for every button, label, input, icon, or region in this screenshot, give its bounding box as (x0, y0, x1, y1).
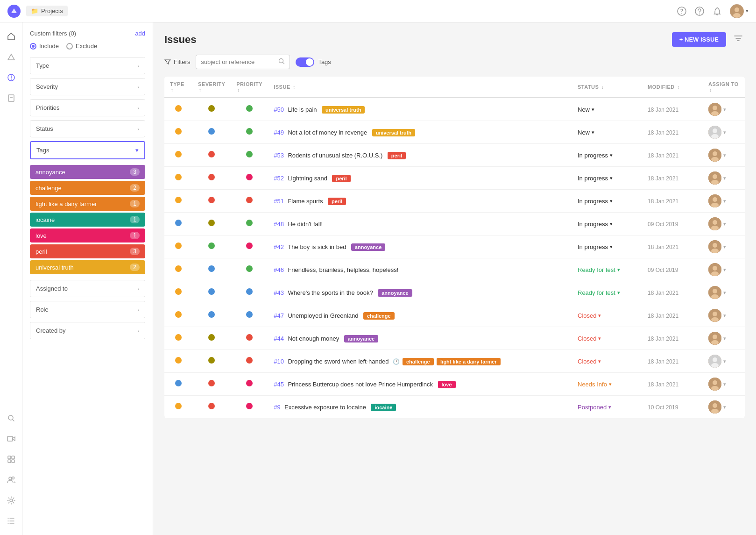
help-circle-icon[interactable] (677, 6, 687, 16)
assignee-avatar[interactable] (708, 355, 721, 368)
filters-button[interactable]: Filters (164, 57, 190, 67)
status-badge[interactable]: New ▾ (578, 106, 594, 113)
filter-section-type[interactable]: Type › (30, 57, 145, 74)
sidebar-icon-bookmark[interactable] (3, 90, 20, 107)
filter-section-type-row[interactable]: Type › (30, 57, 145, 74)
assignee-avatar[interactable] (708, 171, 721, 185)
issue-ref[interactable]: #52 (274, 175, 284, 182)
assignee-avatar[interactable] (708, 103, 721, 116)
sidebar-icon-triangle[interactable] (3, 49, 20, 65)
issue-ref[interactable]: #10 (274, 358, 284, 365)
filter-section-status[interactable]: Status › (30, 120, 145, 137)
status-badge[interactable]: Postponed ▾ (578, 404, 611, 411)
issue-ref[interactable]: #45 (274, 381, 284, 388)
assign-chevron[interactable]: ▾ (723, 152, 726, 158)
sidebar-icon-issues[interactable] (3, 69, 20, 86)
assignee-avatar[interactable] (708, 286, 721, 299)
exclude-radio[interactable]: Exclude (66, 43, 97, 50)
issue-ref[interactable]: #46 (274, 266, 284, 273)
tag-item-peril[interactable]: peril 3 (30, 244, 145, 258)
status-badge[interactable]: New ▾ (578, 129, 594, 136)
assign-chevron[interactable]: ▾ (723, 358, 726, 364)
assignee-avatar[interactable] (708, 240, 721, 253)
status-badge[interactable]: Ready for test ▾ (578, 266, 620, 273)
issue-ref[interactable]: #48 (274, 221, 284, 228)
col-header-modified[interactable]: MODIFIED ↕ (642, 77, 703, 98)
issue-ref[interactable]: #49 (274, 129, 284, 136)
filter-section-role[interactable]: Role › (30, 301, 145, 318)
status-badge[interactable]: In progress ▾ (578, 221, 613, 228)
toggle-tags-switch[interactable] (296, 57, 314, 67)
bell-icon[interactable] (712, 6, 722, 16)
tags-dropdown-header[interactable]: Tags ▾ (31, 142, 144, 158)
sidebar-icon-video[interactable] (3, 430, 20, 447)
status-badge[interactable]: Ready for test ▾ (578, 289, 620, 296)
issue-ref[interactable]: #9 (274, 404, 280, 411)
assignee-avatar[interactable] (708, 378, 721, 391)
user-avatar-menu[interactable]: ▾ (730, 4, 749, 18)
tag-item-universal-truth[interactable]: universal truth 2 (30, 260, 145, 274)
issue-ref[interactable]: #53 (274, 152, 284, 159)
question-circle-icon[interactable] (694, 6, 705, 16)
filter-section-severity[interactable]: Severity › (30, 78, 145, 95)
sidebar-icon-settings[interactable] (3, 492, 20, 509)
assignee-avatar[interactable] (708, 194, 721, 207)
filter-section-status-row[interactable]: Status › (30, 121, 145, 137)
include-radio[interactable]: Include (30, 43, 59, 50)
assign-chevron[interactable]: ▾ (723, 290, 726, 296)
status-badge[interactable]: Needs Info ▾ (578, 381, 612, 388)
assign-chevron[interactable]: ▾ (723, 404, 726, 410)
issue-ref[interactable]: #51 (274, 198, 284, 205)
assignee-avatar[interactable] (708, 400, 721, 414)
breadcrumb-projects[interactable]: 📁 Projects (26, 6, 68, 16)
assignee-avatar[interactable] (708, 263, 721, 276)
tag-item-fight[interactable]: fight like a dairy farmer 1 (30, 197, 145, 211)
assign-chevron[interactable]: ▾ (723, 313, 726, 319)
col-header-type[interactable]: TYPE ↕ (164, 77, 192, 98)
issue-ref[interactable]: #47 (274, 312, 284, 319)
status-badge[interactable]: Closed ▾ (578, 335, 601, 342)
filter-section-role-row[interactable]: Role › (30, 301, 145, 318)
tag-item-love[interactable]: love 1 (30, 228, 145, 243)
user-avatar[interactable] (730, 4, 744, 18)
assignee-avatar[interactable] (708, 332, 721, 345)
assign-chevron[interactable]: ▾ (723, 198, 726, 204)
col-header-assign[interactable]: ASSIGN TO ↕ (703, 77, 745, 98)
tag-item-challenge[interactable]: challenge 2 (30, 181, 145, 195)
col-header-priority[interactable]: PRIORITY ↕ (231, 77, 268, 98)
search-box[interactable] (196, 55, 290, 69)
col-header-issue[interactable]: ISSUE ↕ (268, 77, 572, 98)
sidebar-icon-search[interactable] (3, 410, 20, 427)
sidebar-icon-grid[interactable] (3, 451, 20, 468)
assign-chevron[interactable]: ▾ (723, 221, 726, 227)
assignee-avatar[interactable] (708, 126, 721, 139)
filter-section-priorities[interactable]: Priorities › (30, 99, 145, 116)
assign-chevron[interactable]: ▾ (723, 129, 726, 136)
issue-ref[interactable]: #50 (274, 106, 284, 113)
filter-section-assigned-row[interactable]: Assigned to › (30, 280, 145, 297)
status-badge[interactable]: Closed ▾ (578, 358, 601, 365)
status-badge[interactable]: In progress ▾ (578, 198, 613, 205)
assignee-avatar[interactable] (708, 309, 721, 322)
assign-chevron[interactable]: ▾ (723, 381, 726, 387)
sidebar-icon-expand[interactable] (3, 513, 20, 529)
assign-chevron[interactable]: ▾ (723, 267, 726, 273)
col-header-status[interactable]: STATUS ↓ (572, 77, 642, 98)
filter-section-assigned[interactable]: Assigned to › (30, 280, 145, 297)
assign-chevron[interactable]: ▾ (723, 107, 726, 113)
filter-section-created-by[interactable]: Created by › (30, 322, 145, 339)
status-badge[interactable]: In progress ▾ (578, 152, 613, 159)
column-settings-icon[interactable] (732, 32, 745, 47)
assign-chevron[interactable]: ▾ (723, 175, 726, 181)
assignee-avatar[interactable] (708, 149, 721, 162)
issue-ref[interactable]: #43 (274, 289, 284, 296)
status-badge[interactable]: Closed ▾ (578, 312, 601, 319)
status-badge[interactable]: In progress ▾ (578, 243, 613, 250)
new-issue-button[interactable]: + NEW ISSUE (672, 32, 726, 47)
sidebar-icon-users[interactable] (3, 471, 20, 488)
filter-section-created-by-row[interactable]: Created by › (30, 322, 145, 339)
assignee-avatar[interactable] (708, 217, 721, 230)
assign-chevron[interactable]: ▾ (723, 335, 726, 342)
assign-chevron[interactable]: ▾ (723, 244, 726, 250)
sidebar-icon-home[interactable] (3, 28, 20, 45)
